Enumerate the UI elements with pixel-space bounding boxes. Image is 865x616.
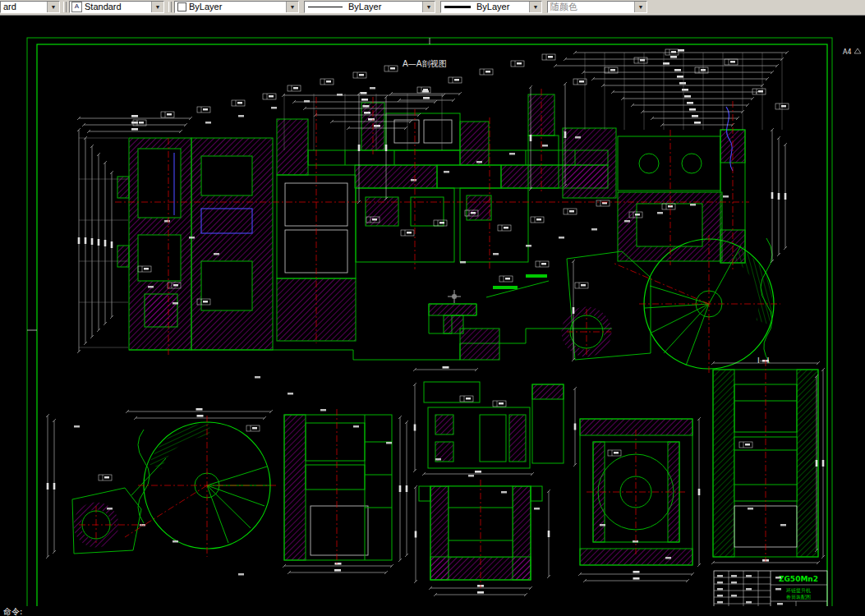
material-label: ZG50Mn2 bbox=[779, 575, 818, 583]
sheet-size-marker: A4 bbox=[843, 48, 861, 56]
chevron-down-icon[interactable]: ▼ bbox=[286, 2, 298, 12]
drawing-canvas[interactable]: A4 A—A剖视图 bbox=[0, 15, 865, 606]
color-value: ByLayer bbox=[186, 2, 286, 12]
text-style-value: Standard bbox=[82, 2, 151, 12]
bottom-section-view[interactable] bbox=[284, 415, 392, 560]
text-style-icon: A bbox=[71, 2, 82, 12]
properties-toolbar: ard ▼ A Standard ▼ ByLayer ▼ ByLayer ▼ B… bbox=[0, 0, 865, 16]
linetype-combo[interactable]: ByLayer ▼ bbox=[304, 1, 435, 13]
toolbar-separator bbox=[168, 2, 172, 12]
toolbar-style-combo[interactable]: ard ▼ bbox=[0, 1, 60, 13]
command-line[interactable]: 命令: bbox=[0, 606, 865, 616]
color-swatch-icon bbox=[177, 2, 186, 11]
toolbar-style-value: ard bbox=[1, 2, 47, 12]
chevron-down-icon: ▼ bbox=[634, 2, 646, 12]
plotstyle-value: 随颜色 bbox=[548, 2, 634, 12]
center-detail-cluster[interactable] bbox=[424, 382, 564, 468]
lineweight-combo[interactable]: ByLayer ▼ bbox=[440, 1, 542, 13]
view-title: A—A剖视图 bbox=[403, 59, 447, 68]
part-name-line1: 环链提升机 bbox=[786, 587, 811, 594]
color-combo[interactable]: ByLayer ▼ bbox=[174, 1, 299, 13]
toolbar-separator bbox=[63, 2, 67, 12]
command-prompt: 命令: bbox=[3, 607, 22, 616]
lineweight-value: ByLayer bbox=[474, 2, 529, 12]
chevron-down-icon[interactable]: ▼ bbox=[422, 2, 435, 12]
part-name-line2: 卷筒装配图 bbox=[786, 594, 811, 600]
chevron-down-icon[interactable]: ▼ bbox=[151, 2, 163, 12]
drawing-svg[interactable]: A4 A—A剖视图 bbox=[0, 15, 865, 616]
linetype-sample-icon bbox=[308, 7, 343, 7]
sheet-size-label: A4 bbox=[843, 48, 852, 56]
text-style-combo[interactable]: A Standard ▼ bbox=[69, 1, 164, 13]
chevron-down-icon[interactable]: ▼ bbox=[529, 2, 541, 12]
plotstyle-combo[interactable]: 随颜色 ▼ bbox=[547, 1, 647, 13]
chevron-down-icon[interactable]: ▼ bbox=[47, 2, 59, 12]
linetype-value: ByLayer bbox=[346, 2, 422, 12]
crosshair-cursor bbox=[448, 290, 461, 303]
lineweight-sample-icon bbox=[444, 6, 471, 8]
